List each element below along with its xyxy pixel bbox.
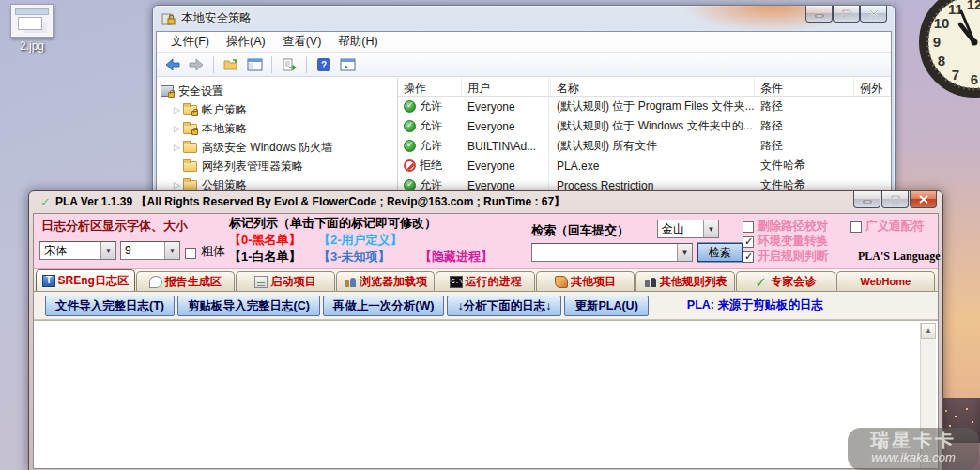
column-header-condition[interactable]: 条件 <box>755 78 854 96</box>
import-clipboard-log-button[interactable]: 剪贴板导入完整日志(C) <box>177 296 320 316</box>
minimize-button[interactable] <box>853 191 880 208</box>
tab-startup-items[interactable]: 启动项目 <box>236 271 335 291</box>
name-cell: (默认规则) 位于 Program Files 文件夹... <box>551 99 755 114</box>
scroll-up-arrow-icon[interactable]: ▲ <box>921 323 936 339</box>
import-file-log-button[interactable]: 文件导入完整日志(T) <box>45 296 175 316</box>
condition-cell: 路径 <box>755 138 854 154</box>
tree-item-local-policies[interactable]: ▷ 本地策略 <box>157 119 397 138</box>
tab-other-rule-lists[interactable]: 其他规则列表 <box>635 271 735 291</box>
chevron-down-icon[interactable]: ▼ <box>100 242 115 259</box>
allow-icon <box>404 140 416 152</box>
menu-action[interactable]: 操作(A) <box>218 32 274 52</box>
log-text-area[interactable]: ▲ <box>34 320 938 468</box>
tab-sreng-log[interactable]: SREng日志区 <box>36 269 135 291</box>
tree-label: 安全设置 <box>178 83 223 99</box>
show-description-icon[interactable] <box>337 55 358 74</box>
menu-file[interactable]: 文件(F) <box>162 32 218 52</box>
list-header: 操作 用户 名称 条件 例外 <box>398 78 891 97</box>
checkbox[interactable] <box>743 251 754 263</box>
expander-icon[interactable]: ▷ <box>174 105 183 114</box>
clock-number: 12 <box>967 0 980 12</box>
column-header-name[interactable]: 名称 <box>551 78 755 96</box>
desktop-icon-2jpg[interactable]: 2.jpg <box>6 4 58 53</box>
maximize-button[interactable] <box>833 6 860 23</box>
tab-other-items[interactable]: 其他项目 <box>536 271 635 291</box>
open-folder-icon[interactable] <box>221 55 241 74</box>
chevron-down-icon[interactable]: ▼ <box>703 220 718 237</box>
users-icon <box>344 276 357 288</box>
clock-number: 9 <box>933 34 941 50</box>
expander-icon[interactable]: ▷ <box>174 180 183 190</box>
pla-client: 日志分析区显示字体、大小 宋体 ▼ 9 ▼ 粗体 标记列示（单击下面的标记即可修… <box>33 213 939 469</box>
tree-item-account-policies[interactable]: ▷ 帐户策略 <box>157 100 397 119</box>
option-env-var-convert[interactable]: 环境变量转换 <box>743 234 828 250</box>
tab-bar: SREng日志区 报告生成区 启动项目 浏览器加载项 运行的进程 <box>34 269 938 292</box>
security-window-content: 安全设置 ▷ 帐户策略 ▷ 本地策略 ▷ 高级 <box>157 78 891 196</box>
tab-webhome[interactable]: WebHome <box>836 271 936 291</box>
forward-icon[interactable] <box>186 55 207 74</box>
name-cell: PLA.exe <box>551 159 755 173</box>
tree-item-network-list-manager[interactable]: 网络列表管理器策略 <box>157 157 397 175</box>
font-family-select[interactable]: 宋体 ▼ <box>39 241 116 260</box>
table-row[interactable]: 允许 Everyone (默认规则) 位于 Windows 文件夹中的... 路… <box>398 116 891 136</box>
search-button[interactable]: 检索 <box>697 243 743 262</box>
redo-last-analysis-button[interactable]: 再做上一次分析(W) <box>323 296 445 316</box>
mark-unknown[interactable]: 【3-未知项】 <box>318 249 390 265</box>
export-list-icon[interactable] <box>279 55 299 74</box>
checkbox[interactable] <box>743 221 754 233</box>
minimize-button[interactable] <box>805 6 833 23</box>
checkbox[interactable] <box>850 221 862 233</box>
close-button[interactable] <box>860 6 887 23</box>
update-pla-button[interactable]: 更新PLA(U) <box>564 296 648 316</box>
option-rule-judgement[interactable]: 开启规则判断 <box>743 249 828 265</box>
table-row[interactable]: 拒绝 Everyone PLA.exe 文件哈希 <box>398 156 891 175</box>
menu-view[interactable]: 查看(V) <box>274 32 330 52</box>
pla-titlebar[interactable]: ✓ PLA Ver 1.1.39 【All Rights Reserved By… <box>33 191 939 213</box>
option-wildcard[interactable]: 广义通配符 <box>850 219 925 235</box>
tab-label: 启动项目 <box>270 274 315 290</box>
mark-user-defined[interactable]: 【2-用户定义】 <box>318 232 403 249</box>
condition-cell: 路径 <box>755 99 854 114</box>
tab-label: 报告生成区 <box>165 274 222 290</box>
column-header-user[interactable]: 用户 <box>462 78 551 96</box>
console-tree-icon[interactable] <box>244 55 265 74</box>
column-header-action[interactable]: 操作 <box>398 78 462 96</box>
analyze-log-below-button[interactable]: ↓分析下面的日志↓ <box>447 296 561 316</box>
mark-whitelist[interactable]: 【1-白名单】 <box>229 249 301 265</box>
back-icon[interactable] <box>162 55 183 74</box>
maximize-button[interactable] <box>881 191 909 208</box>
clock-gadget[interactable]: 12 1 2 3 4 5 6 7 8 9 10 11 <box>902 0 980 114</box>
column-header-exception[interactable]: 例外 <box>854 78 891 96</box>
tab-running-processes[interactable]: 运行的进程 <box>436 271 535 291</box>
menu-help[interactable]: 帮助(H) <box>329 32 386 52</box>
expander-icon[interactable]: ▷ <box>174 143 183 152</box>
sreng-log-icon <box>42 275 55 287</box>
tree-item-windows-firewall[interactable]: ▷ 高级安全 Windows 防火墙 <box>157 138 397 157</box>
security-window-titlebar[interactable]: 本地安全策略 <box>153 6 895 31</box>
condition-cell: 路径 <box>755 118 854 134</box>
tab-expert-consult[interactable]: ✓ 专家会诊 <box>736 271 835 291</box>
option-delete-path-check[interactable]: 删除路径校对 <box>743 219 828 235</box>
mark-hidden-process[interactable]: 【隐藏进程】 <box>420 249 493 265</box>
tab-browser-addons[interactable]: 浏览器加载项 <box>336 271 436 291</box>
table-row[interactable]: 允许 BUILTIN\Ad... (默认规则) 所有文件 路径 <box>398 136 891 156</box>
tree-root-security-settings[interactable]: 安全设置 <box>157 82 397 100</box>
expander-icon[interactable]: ▷ <box>174 124 183 133</box>
chevron-down-icon[interactable]: ▼ <box>164 242 179 259</box>
option-label: 环境变量转换 <box>758 234 828 250</box>
close-button[interactable] <box>910 191 937 208</box>
search-query-input[interactable]: ▼ <box>531 243 693 262</box>
checkbox[interactable] <box>743 236 754 248</box>
window-title: PLA Ver 1.1.39 【All Rights Reserved By E… <box>55 194 565 210</box>
tree-label: 高级安全 Windows 防火墙 <box>202 140 332 156</box>
local-security-policy-window: 本地安全策略 文件(F) 操作(A) 查看(V) 帮助(H) <box>152 5 896 198</box>
table-row[interactable]: 允许 Everyone (默认规则) 位于 Program Files 文件夹.… <box>398 97 891 116</box>
chevron-down-icon[interactable]: ▼ <box>677 244 692 261</box>
search-engine-select[interactable]: 金山 ▼ <box>657 220 719 238</box>
mark-blacklist[interactable]: 【0-黑名单】 <box>229 232 301 249</box>
help-icon[interactable]: ? <box>314 55 334 74</box>
font-size-select[interactable]: 9 ▼ <box>120 241 180 260</box>
toolbar-separator <box>213 56 214 73</box>
tab-report[interactable]: 报告生成区 <box>136 271 236 291</box>
bold-checkbox[interactable] <box>185 248 196 259</box>
